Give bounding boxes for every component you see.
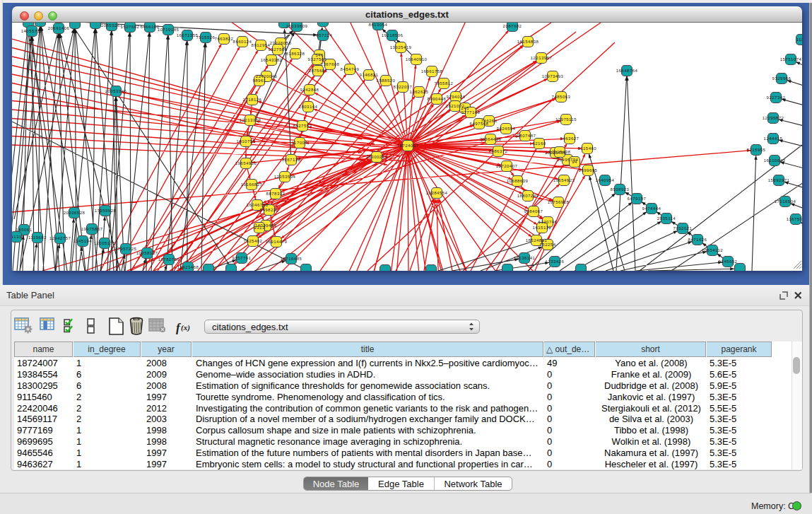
svg-text:9699695: 9699695 [579, 168, 598, 173]
svg-text:10807487: 10807487 [514, 134, 536, 138]
svg-text:8471626: 8471626 [688, 238, 707, 242]
svg-text:9463627: 9463627 [560, 136, 579, 141]
svg-text:25300213: 25300213 [366, 155, 388, 159]
svg-text:7955812: 7955812 [435, 81, 454, 86]
svg-text:6497568: 6497568 [470, 122, 489, 126]
svg-text:9794024: 9794024 [447, 95, 466, 99]
svg-text:8427552: 8427552 [293, 124, 312, 128]
svg-text:18807249: 18807249 [517, 194, 539, 198]
svg-text:19384554: 19384554 [426, 191, 448, 195]
svg-text:7625402: 7625402 [244, 239, 263, 243]
svg-text:1167533: 1167533 [787, 217, 802, 221]
svg-text:8813054: 8813054 [369, 23, 388, 27]
svg-text:16543382: 16543382 [261, 58, 283, 62]
svg-text:14055712: 14055712 [21, 29, 43, 33]
svg-text:62160: 62160 [532, 141, 546, 146]
svg-text:10973493: 10973493 [542, 74, 564, 78]
svg-text:14136141: 14136141 [514, 256, 536, 260]
svg-text:17016504: 17016504 [775, 199, 796, 204]
svg-text:6479197: 6479197 [628, 197, 647, 201]
svg-text:20364436: 20364436 [480, 137, 502, 141]
svg-text:10025438: 10025438 [549, 150, 571, 154]
svg-text:98961: 98961 [252, 78, 266, 83]
svg-text:9329966: 9329966 [772, 76, 792, 81]
svg-text:1588520: 1588520 [377, 78, 396, 83]
svg-text:20206528: 20206528 [64, 211, 86, 215]
svg-text:2367608: 2367608 [321, 62, 340, 66]
svg-text:12923468: 12923468 [177, 265, 199, 269]
svg-text:16648764: 16648764 [616, 69, 638, 73]
svg-text:15692971: 15692971 [768, 178, 790, 182]
svg-text:10688609: 10688609 [507, 179, 529, 183]
svg-text:9227342: 9227342 [767, 95, 786, 100]
svg-text:3267130: 3267130 [282, 158, 301, 162]
svg-text:1115682: 1115682 [28, 235, 47, 240]
svg-text:12975115: 12975115 [555, 117, 577, 122]
svg-text:9313: 9313 [254, 226, 265, 230]
svg-text:17957225: 17957225 [115, 247, 137, 251]
svg-text:185061: 185061 [16, 228, 32, 232]
svg-text:6466160: 6466160 [141, 25, 160, 29]
svg-text:9084067: 9084067 [524, 209, 543, 214]
svg-text:15716485: 15716485 [281, 257, 302, 261]
svg-text:8215955: 8215955 [747, 148, 766, 152]
svg-text:1112: 1112 [796, 37, 802, 42]
svg-text:19166827: 19166827 [241, 182, 263, 187]
svg-text:8660124: 8660124 [233, 40, 252, 44]
svg-text:5498222: 5498222 [260, 208, 279, 212]
svg-text:9115460: 9115460 [578, 146, 597, 151]
svg-text:19756928: 19756928 [548, 200, 570, 204]
svg-text:8938923: 8938923 [611, 187, 630, 192]
svg-text:1244415: 1244415 [764, 136, 783, 141]
svg-text:1010755: 1010755 [237, 139, 256, 144]
svg-text:2935114: 2935114 [657, 216, 676, 221]
svg-text:8912954: 8912954 [252, 43, 271, 47]
svg-text:8990448: 8990448 [428, 97, 447, 101]
svg-text:19654925: 19654925 [235, 161, 257, 165]
svg-text:252254: 252254 [539, 243, 555, 247]
svg-text:1527602: 1527602 [121, 25, 140, 29]
svg-text:9474444: 9474444 [642, 206, 661, 211]
svg-text:7515526: 7515526 [196, 35, 216, 40]
svg-text:(x): (x) [181, 323, 190, 332]
svg-text:16782759: 16782759 [158, 257, 180, 262]
svg-text:1615132: 1615132 [533, 226, 552, 230]
svg-text:12213369: 12213369 [240, 118, 261, 122]
svg-text:9777169: 9777169 [461, 110, 481, 115]
svg-text:9527506: 9527506 [269, 47, 288, 52]
svg-text:1145194: 1145194 [73, 239, 93, 243]
svg-text:12213967: 12213967 [531, 56, 553, 60]
svg-text:16033809: 16033809 [286, 24, 308, 28]
svg-text:16210643: 16210643 [764, 158, 786, 163]
svg-text:23226058: 23226058 [270, 41, 292, 45]
svg-text:10853267: 10853267 [101, 23, 123, 28]
svg-text:3875685: 3875685 [309, 69, 328, 73]
svg-text:16671355: 16671355 [177, 33, 199, 37]
svg-text:16154838: 16154838 [517, 40, 539, 44]
svg-text:1733426: 1733426 [546, 259, 565, 264]
svg-text:10958107: 10958107 [136, 251, 158, 255]
svg-text:12353594: 12353594 [274, 175, 296, 179]
svg-text:7485063: 7485063 [552, 95, 571, 99]
svg-text:16914479: 16914479 [266, 240, 288, 244]
svg-text:94: 94 [572, 160, 577, 164]
svg-text:16046756: 16046756 [247, 203, 269, 207]
svg-text:17359928: 17359928 [95, 209, 117, 213]
svg-text:9242848: 9242848 [300, 88, 319, 92]
svg-text:10719185: 10719185 [158, 28, 180, 32]
svg-text:8878332: 8878332 [266, 192, 286, 196]
svg-text:7486372: 7486372 [489, 149, 508, 153]
svg-text:12095872: 12095872 [763, 116, 784, 120]
svg-text:19654923: 19654923 [553, 178, 575, 182]
svg-text:7663822: 7663822 [215, 37, 234, 41]
svg-text:9245652: 9245652 [719, 259, 738, 264]
svg-text:9857791: 9857791 [233, 256, 252, 260]
svg-text:12505135: 12505135 [94, 241, 116, 245]
svg-text:20053346: 20053346 [105, 89, 127, 93]
svg-text:3624554: 3624554 [497, 127, 516, 131]
svg-text:12942757: 12942757 [49, 236, 71, 240]
svg-text:8186328: 8186328 [286, 52, 305, 56]
svg-text:19218506: 19218506 [382, 33, 404, 37]
svg-text:9146821: 9146821 [360, 73, 379, 77]
svg-text:20691406: 20691406 [48, 26, 70, 30]
